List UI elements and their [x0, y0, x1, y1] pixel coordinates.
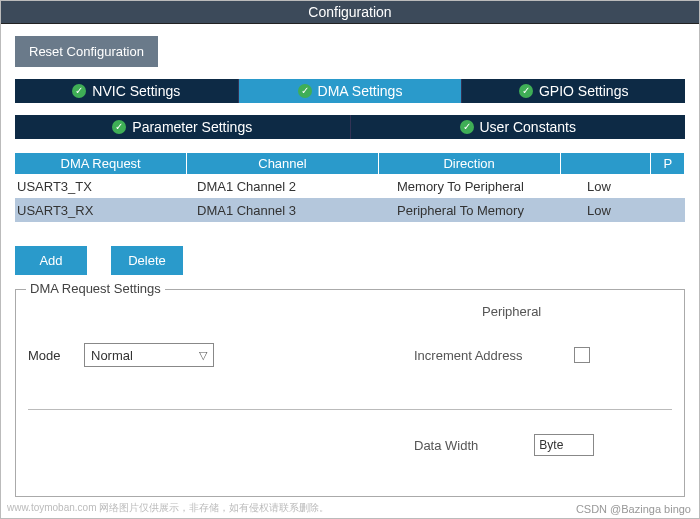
tab-label: User Constants [480, 119, 576, 135]
tab-label: NVIC Settings [92, 83, 180, 99]
table-header: DMA Request Channel Direction P [15, 153, 685, 174]
th-dma-request: DMA Request [15, 153, 187, 174]
settings-row-header: Peripheral [28, 304, 672, 319]
tab-user-constants[interactable]: ✓ User Constants [351, 115, 686, 139]
th-extra: P [651, 153, 685, 174]
cell-direction: Peripheral To Memory [395, 203, 585, 218]
tab-label: GPIO Settings [539, 83, 628, 99]
reset-configuration-button[interactable]: Reset Configuration [15, 36, 158, 67]
th-priority [561, 153, 652, 174]
check-icon: ✓ [298, 84, 312, 98]
watermark-left: www.toymoban.com 网络图片仅供展示，非存储，如有侵权请联系删除。 [7, 501, 329, 515]
button-row: Add Delete [15, 246, 685, 275]
cell-channel: DMA1 Channel 3 [195, 203, 395, 218]
increment-address-checkbox[interactable] [574, 347, 590, 363]
tab-nvic-settings[interactable]: ✓ NVIC Settings [15, 79, 239, 103]
dma-table: DMA Request Channel Direction P USART3_T… [15, 153, 685, 222]
check-icon: ✓ [519, 84, 533, 98]
cell-request: USART3_RX [15, 203, 195, 218]
check-icon: ✓ [72, 84, 86, 98]
data-width-select[interactable]: Byte [534, 434, 594, 456]
fieldset-legend: DMA Request Settings [26, 281, 165, 296]
cell-priority: Low [585, 203, 680, 218]
mode-select-value: Normal [91, 348, 133, 363]
increment-address-label: Increment Address [414, 348, 522, 363]
table-row[interactable]: USART3_RX DMA1 Channel 3 Peripheral To M… [15, 198, 685, 222]
check-icon: ✓ [112, 120, 126, 134]
cell-direction: Memory To Peripheral [395, 179, 585, 194]
data-width-label: Data Width [414, 438, 478, 453]
delete-button[interactable]: Delete [111, 246, 183, 275]
tab-gpio-settings[interactable]: ✓ GPIO Settings [462, 79, 685, 103]
chevron-down-icon: ▽ [199, 349, 207, 362]
watermark-right: CSDN @Bazinga bingo [576, 503, 691, 515]
peripheral-column-label: Peripheral [482, 304, 541, 319]
content-area: Reset Configuration ✓ NVIC Settings ✓ DM… [1, 24, 699, 497]
tab-label: DMA Settings [318, 83, 403, 99]
add-button[interactable]: Add [15, 246, 87, 275]
settings-row-mode: Mode Normal ▽ Increment Address [28, 343, 672, 367]
divider [28, 409, 672, 410]
cell-channel: DMA1 Channel 2 [195, 179, 395, 194]
settings-grid: Peripheral Mode Normal ▽ Increment Addre… [28, 304, 672, 456]
tab-label: Parameter Settings [132, 119, 252, 135]
table-row[interactable]: USART3_TX DMA1 Channel 2 Memory To Perip… [15, 174, 685, 198]
th-channel: Channel [187, 153, 378, 174]
tab-parameter-settings[interactable]: ✓ Parameter Settings [15, 115, 351, 139]
table-body: USART3_TX DMA1 Channel 2 Memory To Perip… [15, 174, 685, 222]
tabs-row-bottom: ✓ Parameter Settings ✓ User Constants [15, 115, 685, 139]
mode-select[interactable]: Normal ▽ [84, 343, 214, 367]
cell-request: USART3_TX [15, 179, 195, 194]
mode-label: Mode [28, 348, 84, 363]
settings-row-datawidth: Data Width Byte [28, 434, 672, 456]
check-icon: ✓ [460, 120, 474, 134]
th-direction: Direction [379, 153, 561, 174]
tab-dma-settings[interactable]: ✓ DMA Settings [239, 79, 463, 103]
dma-request-settings-fieldset: DMA Request Settings Peripheral Mode Nor… [15, 289, 685, 497]
cell-priority: Low [585, 179, 680, 194]
data-width-value: Byte [539, 438, 563, 452]
tabs-row-top: ✓ NVIC Settings ✓ DMA Settings ✓ GPIO Se… [15, 79, 685, 103]
window-title: Configuration [1, 1, 699, 24]
